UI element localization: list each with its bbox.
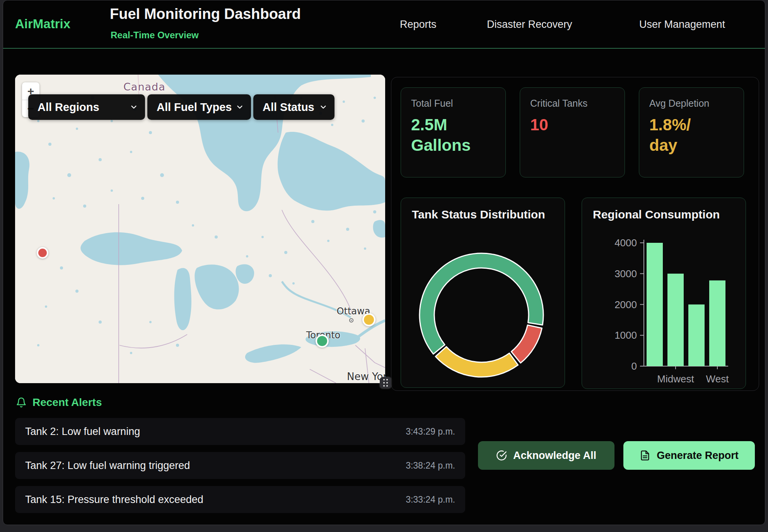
stat-value: 2.5M Gallons xyxy=(411,114,495,156)
alert-text: Tank 2: Low fuel warning xyxy=(25,426,140,438)
warning-tank-marker[interactable] xyxy=(362,313,375,326)
normal-tank-marker[interactable] xyxy=(316,334,329,348)
region-filter-label: All Regions xyxy=(38,101,99,114)
region-filter-dropdown[interactable]: All Regions xyxy=(28,94,145,120)
page-subtitle: Real-Time Overview xyxy=(111,30,199,41)
svg-text:1000: 1000 xyxy=(614,329,637,341)
svg-text:0: 0 xyxy=(631,360,637,372)
total-fuel-stat-card: Total Fuel 2.5M Gallons xyxy=(401,87,506,177)
tank-status-donut-chart[interactable] xyxy=(401,237,565,384)
alert-text: Tank 15: Pressure threshold exceeded xyxy=(25,494,203,506)
svg-text:West: West xyxy=(706,373,729,385)
tank-status-chart-card: Tank Status Distribution xyxy=(401,198,565,388)
app-window: AirMatrix Fuel Monitoring Dashboard Real… xyxy=(3,0,765,525)
svg-text:2000: 2000 xyxy=(614,299,637,310)
fuel-type-filter-dropdown[interactable]: All Fuel Types xyxy=(147,94,251,120)
chevron-down-icon xyxy=(130,103,138,111)
header: AirMatrix Fuel Monitoring Dashboard Real… xyxy=(3,0,765,49)
stat-value: 1.8%/ day xyxy=(649,114,734,156)
nav-reports[interactable]: Reports xyxy=(400,19,437,31)
stat-label: Critical Tanks xyxy=(530,98,614,109)
status-filter-dropdown[interactable]: All Status xyxy=(253,94,335,120)
map-filters: All Regions All Fuel Types All Status xyxy=(28,94,335,120)
chart-title: Tank Status Distribution xyxy=(412,208,545,221)
acknowledge-all-label: Acknowledge All xyxy=(513,450,596,462)
regional-consumption-bar-chart[interactable]: 01000200030004000MidwestWest xyxy=(582,198,746,389)
map-canvas[interactable]: Canada Ottawa Toronto New York + − All R… xyxy=(15,75,385,383)
alert-time: 3:43:29 p.m. xyxy=(406,426,455,437)
stat-label: Avg Depletion xyxy=(649,98,734,109)
map-resize-handle[interactable] xyxy=(380,377,391,389)
svg-text:3000: 3000 xyxy=(614,268,637,280)
avg-depletion-stat-card: Avg Depletion 1.8%/ day xyxy=(639,87,744,177)
document-icon xyxy=(640,450,650,461)
map-label-canada: Canada xyxy=(123,81,166,93)
alert-row: Tank 15: Pressure threshold exceeded 3:3… xyxy=(15,486,465,513)
generate-report-label: Generate Report xyxy=(657,450,739,462)
nav-disaster-recovery[interactable]: Disaster Recovery xyxy=(487,19,572,31)
alert-text: Tank 27: Low fuel warning triggered xyxy=(25,460,190,472)
alert-time: 3:33:24 p.m. xyxy=(406,494,455,505)
recent-alerts-header: Recent Alerts xyxy=(16,396,102,409)
nav-user-management[interactable]: User Management xyxy=(639,19,725,31)
svg-text:4000: 4000 xyxy=(614,237,637,249)
alert-row: Tank 27: Low fuel warning triggered 3:38… xyxy=(15,452,465,479)
acknowledge-all-button[interactable]: Acknowledge All xyxy=(478,441,614,470)
alert-time: 3:38:24 p.m. xyxy=(406,460,455,471)
page-title: Fuel Monitoring Dashboard xyxy=(110,6,301,22)
ottawa-town-icon xyxy=(349,318,353,322)
status-filter-label: All Status xyxy=(263,101,314,114)
stat-value: 10 xyxy=(530,114,614,135)
critical-tank-marker[interactable] xyxy=(37,247,48,259)
generate-report-button[interactable]: Generate Report xyxy=(623,441,755,470)
stat-label: Total Fuel xyxy=(411,98,495,109)
chevron-down-icon xyxy=(319,103,328,111)
recent-alerts-title: Recent Alerts xyxy=(32,396,102,409)
fuel-type-filter-label: All Fuel Types xyxy=(157,101,232,114)
bell-icon xyxy=(16,397,27,408)
check-circle-icon xyxy=(496,450,507,461)
chevron-down-icon xyxy=(236,103,244,111)
alert-row: Tank 2: Low fuel warning 3:43:29 p.m. xyxy=(15,418,465,445)
critical-tanks-stat-card: Critical Tanks 10 xyxy=(520,87,625,177)
regional-consumption-chart-card: Regional Consumption 01000200030004000Mi… xyxy=(582,198,746,389)
brand-logo: AirMatrix xyxy=(15,17,70,31)
svg-text:Midwest: Midwest xyxy=(657,373,694,385)
